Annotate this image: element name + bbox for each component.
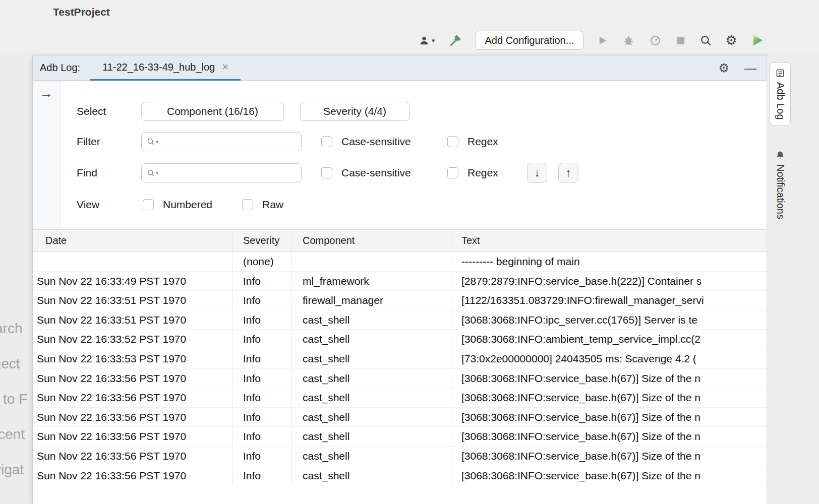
table-row[interactable]: (none) --------- beginning of main — [33, 252, 767, 272]
table-row[interactable]: Sun Nov 22 16:33:52 PST 1970 Info cast_s… — [33, 330, 767, 349]
filter-row: Filter ▾ Case-sensitive Regex — [61, 132, 767, 152]
column-header-date[interactable]: Date — [33, 230, 233, 251]
numbered-label: Numbered — [163, 199, 212, 211]
find-previous-button[interactable]: ↑ — [558, 163, 578, 183]
component-filter-button[interactable]: Component (16/16) — [141, 102, 284, 121]
numbered-checkbox[interactable] — [143, 199, 154, 210]
run-button[interactable] — [596, 34, 609, 47]
find-next-button[interactable]: ↓ — [527, 163, 547, 183]
log-table-header: Date Severity Component Text — [33, 229, 767, 252]
close-icon[interactable]: × — [222, 61, 228, 73]
cell-text: [1122/163351.083729:INFO:firewall_manage… — [451, 291, 767, 310]
filter-input-box[interactable]: ▾ — [141, 132, 302, 151]
filter-label: Filter — [77, 132, 100, 151]
table-row[interactable]: Sun Nov 22 16:33:56 PST 1970 Info cast_s… — [33, 427, 767, 447]
cell-date: Sun Nov 22 16:33:51 PST 1970 — [33, 291, 233, 310]
add-configuration-button[interactable]: Add Configuration... — [476, 31, 584, 50]
cell-component: ml_framework — [291, 272, 451, 291]
adb-log-panel: Adb Log: 11-22_16-33-49_hub_log × ⚙ — → … — [33, 55, 767, 504]
settings-button[interactable]: ⚙ — [725, 34, 737, 47]
log-file-tab[interactable]: 11-22_16-33-49_hub_log × — [90, 55, 241, 81]
cell-text: [3068:3068:INFO:service_base.h(67)] Size… — [451, 466, 767, 485]
find-case-sensitive-checkbox[interactable] — [321, 167, 332, 178]
tool-tab-label: Notifications — [775, 164, 786, 219]
column-header-severity[interactable]: Severity — [233, 230, 291, 251]
search-everywhere-button[interactable] — [698, 33, 713, 48]
hammer-icon — [449, 34, 462, 47]
table-row[interactable]: Sun Nov 22 16:33:51 PST 1970 Info firewa… — [33, 291, 767, 310]
find-case-sensitive-group: Case-sensitive — [321, 163, 411, 182]
regex-label: Regex — [467, 167, 498, 179]
search-icon — [699, 34, 712, 47]
user-profile-button[interactable]: ▾ — [418, 34, 436, 47]
cell-date — [33, 252, 233, 271]
table-row[interactable]: Sun Nov 22 16:33:53 PST 1970 Info cast_s… — [33, 349, 767, 369]
find-input[interactable] — [160, 164, 301, 182]
table-row[interactable]: Sun Nov 22 16:33:49 PST 1970 Info ml_fra… — [33, 272, 767, 291]
find-regex-checkbox[interactable] — [447, 167, 458, 178]
filter-input[interactable] — [160, 133, 301, 151]
tool-tab-adb-log[interactable]: Adb Log — [770, 62, 791, 125]
arrow-right-icon[interactable]: → — [40, 86, 53, 101]
filter-case-sensitive-group: Case-sensitive — [321, 132, 411, 151]
cell-date: Sun Nov 22 16:33:56 PST 1970 — [33, 427, 233, 446]
stop-button[interactable] — [675, 35, 686, 46]
table-row[interactable]: Sun Nov 22 16:33:56 PST 1970 Info cast_s… — [33, 408, 767, 427]
minimize-icon: — — [744, 61, 756, 75]
panel-settings-button[interactable]: ⚙ — [718, 62, 729, 74]
filter-case-sensitive-checkbox[interactable] — [321, 136, 332, 147]
column-header-component[interactable]: Component — [291, 230, 451, 251]
find-label: Find — [77, 163, 97, 182]
stop-icon — [676, 36, 685, 45]
table-row[interactable]: Sun Nov 22 16:33:56 PST 1970 Info cast_s… — [33, 447, 767, 466]
project-title: TestProject — [53, 6, 110, 18]
minimize-button[interactable]: — — [744, 62, 756, 74]
column-header-text[interactable]: Text — [451, 230, 767, 251]
build-button[interactable] — [448, 33, 463, 48]
severity-filter-button[interactable]: Severity (4/4) — [300, 102, 410, 121]
table-row[interactable]: Sun Nov 22 16:33:56 PST 1970 Info cast_s… — [33, 388, 767, 408]
raw-checkbox[interactable] — [242, 199, 253, 210]
cell-component: cast_shell — [291, 330, 451, 349]
cell-date: Sun Nov 22 16:33:56 PST 1970 — [33, 388, 233, 407]
cell-date: Sun Nov 22 16:33:56 PST 1970 — [33, 466, 233, 485]
table-row[interactable]: Sun Nov 22 16:33:56 PST 1970 Info cast_s… — [33, 369, 767, 389]
profiler-button[interactable] — [648, 33, 663, 48]
ide-assistant-button[interactable] — [749, 32, 766, 48]
cell-severity: Info — [233, 447, 291, 466]
find-regex-group: Regex — [447, 163, 498, 182]
cell-severity: Info — [233, 349, 291, 368]
log-tab-label: 11-22_16-33-49_hub_log — [102, 61, 215, 73]
cell-severity: Info — [233, 427, 291, 446]
table-row[interactable]: Sun Nov 22 16:33:51 PST 1970 Info cast_s… — [33, 310, 767, 330]
cell-text: [3068:3068:INFO:service_base.h(67)] Size… — [451, 388, 767, 407]
right-tool-strip: Adb Log Notifications — [767, 55, 819, 504]
debug-button[interactable] — [621, 33, 636, 48]
background-hint: arch — [0, 321, 22, 337]
table-row[interactable]: Sun Nov 22 16:33:56 PST 1970 Info cast_s… — [33, 466, 767, 486]
console-icon — [775, 68, 785, 78]
log-table: Date Severity Component Text (none) ----… — [33, 229, 767, 504]
cell-date: Sun Nov 22 16:33:56 PST 1970 — [33, 408, 233, 427]
cell-severity: Info — [233, 466, 291, 485]
panel-toolstrip: → — [33, 81, 61, 229]
cell-text: [3068:3068:INFO:service_base.h(67)] Size… — [451, 427, 767, 446]
tool-tab-notifications[interactable]: Notifications — [770, 145, 791, 224]
cell-date: Sun Nov 22 16:33:52 PST 1970 — [33, 330, 233, 349]
cell-component: cast_shell — [291, 466, 451, 485]
cell-text: [3068:3068:INFO:ipc_server.cc(1765)] Ser… — [451, 310, 767, 330]
cell-component: cast_shell — [291, 388, 451, 407]
filter-regex-checkbox[interactable] — [447, 136, 458, 147]
cell-date: Sun Nov 22 16:33:51 PST 1970 — [33, 310, 233, 330]
cell-component: cast_shell — [291, 427, 451, 446]
cell-text: [3068:3068:INFO:service_base.h(67)] Size… — [451, 369, 767, 388]
chevron-down-icon: ▾ — [156, 170, 159, 176]
user-icon — [419, 35, 430, 46]
cell-severity: Info — [233, 310, 291, 330]
find-input-box[interactable]: ▾ — [141, 163, 302, 182]
cell-severity: Info — [233, 272, 291, 291]
background-hint: to F — [3, 391, 27, 407]
cell-severity: Info — [233, 330, 291, 349]
background-hint: ject — [0, 356, 20, 372]
cell-date: Sun Nov 22 16:33:49 PST 1970 — [33, 272, 233, 291]
